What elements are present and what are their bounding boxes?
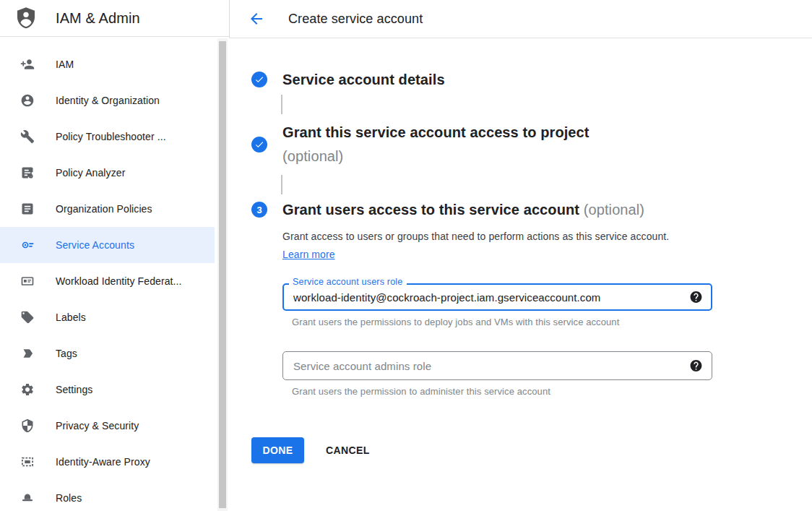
sidebar-item-label: Organization Policies <box>56 203 152 215</box>
step-number-badge: 3 <box>251 202 267 218</box>
sidebar-item-workload-identity-federation[interactable]: Workload Identity Federat... <box>0 263 215 299</box>
sidebar-header: IAM & Admin <box>0 0 229 37</box>
hat-icon <box>20 491 35 505</box>
sidebar-item-identity-aware-proxy[interactable]: Identity-Aware Proxy <box>0 444 215 480</box>
sidebar-item-label: Settings <box>56 384 92 395</box>
step-title: Grant this service account access to pro… <box>282 121 589 168</box>
field-label: Service account users role <box>289 277 407 287</box>
sidebar-item-policy-analyzer[interactable]: Policy Analyzer <box>0 155 215 191</box>
sidebar-scrollbar-thumb[interactable] <box>219 41 226 508</box>
sidebar-scrollbar-track <box>217 38 228 511</box>
sidebar-nav: IAM Identity & Organization Policy Troub… <box>0 37 229 511</box>
field-helper-text: Grant users the permissions to deploy jo… <box>292 317 712 328</box>
step-complete-check-icon <box>251 137 267 153</box>
service-account-icon <box>20 238 35 252</box>
policy-analyzer-icon <box>20 166 35 180</box>
service-account-admins-role-field: Grant users the permission to administer… <box>282 351 712 398</box>
sidebar-item-label: Tags <box>56 348 77 359</box>
product-name: IAM & Admin <box>56 10 140 27</box>
help-button[interactable] <box>689 359 703 373</box>
help-button[interactable] <box>689 291 703 304</box>
sidebar-item-label: Policy Analyzer <box>56 167 125 179</box>
sidebar-item-label: Identity-Aware Proxy <box>56 456 150 468</box>
step-title: Service account details <box>282 71 445 88</box>
step-connector-line <box>281 175 282 194</box>
service-account-users-role-input[interactable] <box>282 283 712 311</box>
cancel-button[interactable]: CANCEL <box>326 445 370 456</box>
page-title: Create service account <box>288 12 423 27</box>
section-description: Grant access to users or groups that nee… <box>282 228 687 264</box>
sidebar-item-organization-policies[interactable]: Organization Policies <box>0 191 215 227</box>
step-optional-label: (optional) <box>584 202 644 218</box>
main-panel: Create service account Service account d… <box>229 0 812 511</box>
service-account-users-role-field: Service account users role Grant users t… <box>282 283 712 328</box>
field-helper-text: Grant users the permission to administer… <box>292 386 712 398</box>
sidebar-item-labels[interactable]: Labels <box>0 299 215 335</box>
arrow-back-icon <box>248 10 265 27</box>
sidebar-item-label: Workload Identity Federat... <box>56 275 182 287</box>
sidebar-item-label: Service Accounts <box>56 239 134 251</box>
sidebar-item-label: Identity & Organization <box>56 95 160 106</box>
step-grant-users-access: 3 Grant users access to this service acc… <box>251 201 812 218</box>
sidebar-item-roles[interactable]: Roles <box>0 480 215 511</box>
sidebar-item-label: Policy Troubleshooter ... <box>56 131 166 142</box>
sidebar-item-settings[interactable]: Settings <box>0 372 215 408</box>
account-circle-icon <box>20 93 35 108</box>
sidebar: IAM & Admin IAM Identity & Organization … <box>0 0 229 511</box>
help-icon <box>689 359 703 373</box>
step-complete-check-icon <box>251 72 267 87</box>
proxy-icon <box>20 455 35 469</box>
learn-more-link[interactable]: Learn more <box>282 249 335 260</box>
sidebar-item-label: Roles <box>56 492 82 504</box>
shield-half-icon <box>20 418 35 433</box>
step-optional-label: (optional) <box>282 148 343 164</box>
iam-shield-person-icon <box>14 6 38 30</box>
sidebar-item-privacy-security[interactable]: Privacy & Security <box>0 408 215 444</box>
sidebar-item-label: IAM <box>56 59 74 70</box>
wizard-content: Service account details Grant this servi… <box>229 71 812 463</box>
step-connector-line <box>281 95 282 114</box>
identity-card-icon <box>20 274 35 288</box>
help-icon <box>689 291 703 304</box>
gear-icon <box>20 382 35 397</box>
tag-icon <box>20 346 35 361</box>
person-add-icon <box>20 57 35 72</box>
step-grant-access-to-project[interactable]: Grant this service account access to pro… <box>251 121 812 168</box>
service-account-admins-role-input[interactable] <box>282 351 712 380</box>
sidebar-item-identity-organization[interactable]: Identity & Organization <box>0 82 215 119</box>
page-header: Create service account <box>229 0 812 38</box>
step-service-account-details[interactable]: Service account details <box>251 71 812 88</box>
step-title: Grant users access to this service accou… <box>282 201 644 218</box>
sidebar-item-iam[interactable]: IAM <box>0 46 215 82</box>
sidebar-item-policy-troubleshooter[interactable]: Policy Troubleshooter ... <box>0 119 215 155</box>
sidebar-item-service-accounts[interactable]: Service Accounts <box>0 227 215 263</box>
wrench-icon <box>20 129 35 144</box>
back-button[interactable] <box>248 10 265 27</box>
done-button[interactable]: DONE <box>251 437 304 463</box>
label-icon <box>20 310 35 325</box>
sidebar-item-tags[interactable]: Tags <box>0 335 215 372</box>
wizard-actions: DONE CANCEL <box>251 437 812 463</box>
sidebar-item-label: Privacy & Security <box>56 420 139 431</box>
article-icon <box>20 202 35 216</box>
sidebar-item-label: Labels <box>56 312 86 323</box>
